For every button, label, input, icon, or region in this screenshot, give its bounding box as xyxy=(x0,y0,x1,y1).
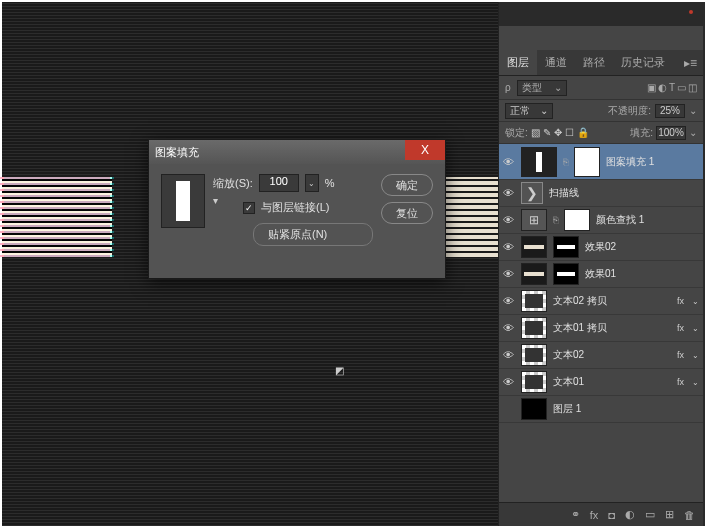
link-checkbox[interactable]: ✓ xyxy=(243,202,255,214)
filter-smart-icon[interactable]: ◫ xyxy=(688,82,697,93)
group-icon[interactable]: ❯ xyxy=(521,182,543,204)
layer-name[interactable]: 文本01 xyxy=(553,375,671,389)
fx-menu-icon[interactable]: fx xyxy=(590,509,599,521)
visibility-icon[interactable]: 👁 xyxy=(503,156,515,168)
fill-dropdown-icon[interactable]: ⌄ xyxy=(689,127,697,138)
fx-expand-icon[interactable]: ⌄ xyxy=(692,378,699,387)
layer-row[interactable]: 👁 ❯ 扫描线 xyxy=(499,180,703,207)
layer-row[interactable]: 👁 图层 1 xyxy=(499,396,703,423)
fx-badge[interactable]: fx xyxy=(677,377,684,387)
layer-mask[interactable] xyxy=(564,209,590,231)
layer-name[interactable]: 效果01 xyxy=(585,267,699,281)
visibility-icon[interactable]: 👁 xyxy=(503,349,515,361)
layer-name[interactable]: 文本01 拷贝 xyxy=(553,321,671,335)
scale-dropdown[interactable]: ⌄ xyxy=(305,174,319,192)
layer-row[interactable]: 👁 文本01 fx ⌄ xyxy=(499,369,703,396)
layer-name[interactable]: 图案填充 1 xyxy=(606,155,699,169)
fx-expand-icon[interactable]: ⌄ xyxy=(692,351,699,360)
layer-mask[interactable] xyxy=(574,147,600,177)
filter-adjust-icon[interactable]: ◐ xyxy=(658,82,667,93)
scale-input[interactable]: 100 xyxy=(259,174,299,192)
layer-mask[interactable] xyxy=(553,236,579,258)
ok-button[interactable]: 确定 xyxy=(381,174,433,196)
layer-thumbnail[interactable] xyxy=(521,290,547,312)
fx-badge[interactable]: fx xyxy=(677,323,684,333)
opacity-dropdown-icon[interactable]: ⌄ xyxy=(689,105,697,116)
layer-row[interactable]: 👁 文本01 拷贝 fx ⌄ xyxy=(499,315,703,342)
snap-origin-button[interactable]: 贴紧原点(N) xyxy=(253,223,373,246)
dialog-titlebar[interactable]: 图案填充 X xyxy=(149,140,445,164)
layer-row[interactable]: 👁 ⎘ 图案填充 1 xyxy=(499,144,703,180)
close-button[interactable]: X xyxy=(405,140,445,160)
layer-thumbnail[interactable] xyxy=(521,263,547,285)
visibility-icon[interactable]: 👁 xyxy=(503,322,515,334)
mask-icon[interactable]: ◘ xyxy=(608,509,615,521)
layer-row[interactable]: 👁 文本02 拷贝 fx ⌄ xyxy=(499,288,703,315)
lock-artboard-icon[interactable]: ☐ xyxy=(565,127,574,138)
visibility-icon[interactable]: 👁 xyxy=(503,376,515,388)
layer-thumbnail[interactable] xyxy=(521,344,547,366)
reset-button[interactable]: 复位 xyxy=(381,202,433,224)
layer-thumbnail[interactable] xyxy=(521,398,547,420)
opacity-label: 不透明度: xyxy=(608,104,651,118)
tab-layers[interactable]: 图层 xyxy=(499,50,537,75)
panel-menu-icon[interactable]: ▸≡ xyxy=(678,56,703,70)
layer-row[interactable]: 👁 效果01 xyxy=(499,261,703,288)
lock-row: 锁定: ▧ ✎ ✥ ☐ 🔒 填充: 100% ⌄ xyxy=(499,122,703,144)
layer-name[interactable]: 扫描线 xyxy=(549,186,699,200)
fx-expand-icon[interactable]: ⌄ xyxy=(692,297,699,306)
glitch-artwork-left xyxy=(2,177,112,257)
layer-row[interactable]: 👁 效果02 xyxy=(499,234,703,261)
lock-all-icon[interactable]: 🔒 xyxy=(577,127,589,138)
layer-name[interactable]: 图层 1 xyxy=(553,402,699,416)
scale-unit: % xyxy=(325,177,335,189)
filter-shape-icon[interactable]: ▭ xyxy=(677,82,686,93)
layer-name[interactable]: 颜色查找 1 xyxy=(596,213,699,227)
trash-icon[interactable]: 🗑 xyxy=(684,509,695,521)
layer-row[interactable]: 👁 ⊞ ⎘ 颜色查找 1 xyxy=(499,207,703,234)
chevron-down-icon[interactable]: ▾ xyxy=(213,195,218,206)
lock-brush-icon[interactable]: ✎ xyxy=(543,127,551,138)
layer-thumbnail[interactable] xyxy=(521,371,547,393)
tab-history[interactable]: 历史记录 xyxy=(613,50,673,75)
visibility-icon[interactable]: 👁 xyxy=(503,268,515,280)
layer-name[interactable]: 文本02 xyxy=(553,348,671,362)
fx-badge[interactable]: fx xyxy=(677,350,684,360)
blend-row: 正常⌄ 不透明度: 25% ⌄ xyxy=(499,100,703,122)
filter-kind-dropdown[interactable]: 类型⌄ xyxy=(517,80,567,96)
layer-row[interactable]: 👁 文本02 fx ⌄ xyxy=(499,342,703,369)
visibility-icon[interactable]: 👁 xyxy=(503,187,515,199)
lock-move-icon[interactable]: ✥ xyxy=(554,127,562,138)
link-icon: ⎘ xyxy=(553,215,558,225)
fx-badge[interactable]: fx xyxy=(677,296,684,306)
layer-thumbnail[interactable] xyxy=(521,236,547,258)
adjustment-thumbnail[interactable]: ⊞ xyxy=(521,209,547,231)
layers-panel: 图层 通道 路径 历史记录 ▸≡ ρ 类型⌄ ▣ ◐ T ▭ ◫ 正常⌄ 不透明… xyxy=(498,2,703,526)
visibility-icon[interactable]: 👁 xyxy=(503,295,515,307)
layer-thumbnail[interactable] xyxy=(521,147,557,177)
lock-pixels-icon[interactable]: ▧ xyxy=(531,127,540,138)
fx-expand-icon[interactable]: ⌄ xyxy=(692,324,699,333)
filter-type-icon[interactable]: T xyxy=(669,82,675,93)
tab-channels[interactable]: 通道 xyxy=(537,50,575,75)
layer-thumbnail[interactable] xyxy=(521,317,547,339)
opacity-input[interactable]: 25% xyxy=(655,104,685,118)
layer-name[interactable]: 效果02 xyxy=(585,240,699,254)
blend-mode-dropdown[interactable]: 正常⌄ xyxy=(505,103,553,119)
link-layers-icon[interactable]: ⚭ xyxy=(571,508,580,521)
filter-kind-label: ρ xyxy=(505,82,511,93)
visibility-icon[interactable]: 👁 xyxy=(503,214,515,226)
layer-name[interactable]: 文本02 拷贝 xyxy=(553,294,671,308)
group-icon[interactable]: ▭ xyxy=(645,508,655,521)
layer-mask[interactable] xyxy=(553,263,579,285)
layer-filter-row: ρ 类型⌄ ▣ ◐ T ▭ ◫ xyxy=(499,76,703,100)
new-layer-icon[interactable]: ⊞ xyxy=(665,508,674,521)
pattern-swatch[interactable]: ▾ xyxy=(161,174,205,228)
pattern-preview xyxy=(176,181,190,221)
fill-input[interactable]: 100% xyxy=(656,126,686,140)
tab-paths[interactable]: 路径 xyxy=(575,50,613,75)
filter-image-icon[interactable]: ▣ xyxy=(647,82,656,93)
adjustment-icon[interactable]: ◐ xyxy=(625,508,635,521)
pattern-fill-dialog: 图案填充 X ▾ 缩放(S): 100 ⌄ % ✓ 与图层链接(L) 贴紧原点(… xyxy=(148,139,446,279)
visibility-icon[interactable]: 👁 xyxy=(503,241,515,253)
